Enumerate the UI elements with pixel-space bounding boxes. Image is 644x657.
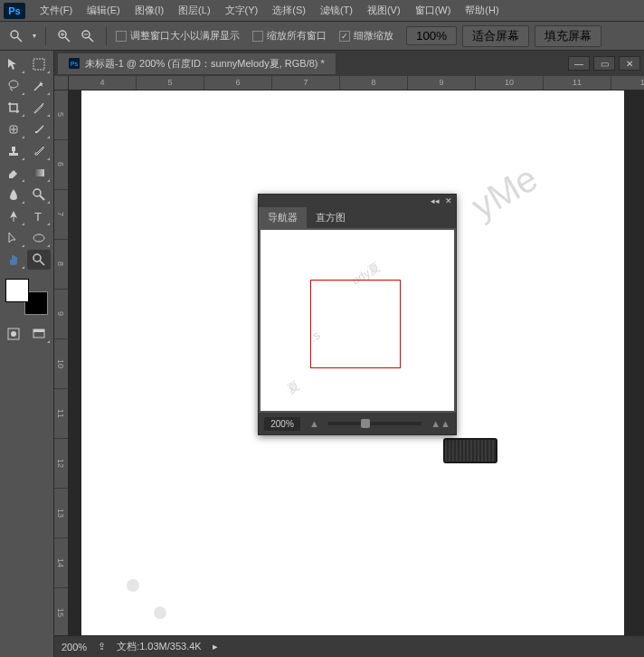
zoom-out-mountain-icon[interactable]: ▲ <box>309 418 319 429</box>
menu-type[interactable]: 文字(Y) <box>218 2 266 19</box>
zoom-in-icon[interactable] <box>55 27 73 45</box>
ruler-tick: 8 <box>54 240 68 290</box>
pen-tool[interactable] <box>2 206 25 226</box>
tab-histogram[interactable]: 直方图 <box>307 207 355 228</box>
ruler-tick: 6 <box>54 140 68 190</box>
navigator-footer: 200% ▲ ▲▲ <box>259 413 456 434</box>
fit-screen-button[interactable]: 适合屏幕 <box>462 25 529 47</box>
zoom-tool[interactable] <box>27 250 51 270</box>
navigator-preview[interactable]: ody夏 .s 夏 <box>260 230 454 411</box>
scrubby-zoom-label: 细微缩放 <box>354 29 393 43</box>
gradient-tool[interactable] <box>27 163 51 183</box>
eyedropper-tool[interactable] <box>27 98 51 118</box>
status-zoom[interactable]: 200% <box>62 642 87 652</box>
canvas-dot <box>127 579 139 592</box>
move-tool[interactable] <box>2 54 25 74</box>
menu-help[interactable]: 帮助(H) <box>458 2 506 19</box>
panel-close-icon[interactable]: ✕ <box>445 196 452 205</box>
checkbox-icon[interactable] <box>339 31 350 42</box>
menu-file[interactable]: 文件(F) <box>33 2 80 19</box>
zoom-in-mountain-icon[interactable]: ▲▲ <box>431 418 450 429</box>
menu-select[interactable]: 选择(S) <box>265 2 313 19</box>
zoom-tool-icon[interactable] <box>7 27 25 45</box>
status-doc-info[interactable]: 文档:1.03M/353.4K <box>117 640 202 653</box>
fill-screen-button[interactable]: 填充屏幕 <box>535 25 601 47</box>
menu-filter[interactable]: 滤镜(T) <box>313 2 360 19</box>
close-button[interactable]: ✕ <box>619 56 640 71</box>
panel-collapse-icon[interactable]: ◂◂ <box>431 196 440 205</box>
blur-tool[interactable] <box>2 185 25 205</box>
resize-windows-option[interactable]: 调整窗口大小以满屏显示 <box>116 29 240 43</box>
healing-tool[interactable] <box>2 119 25 139</box>
magic-wand-tool[interactable] <box>27 76 51 96</box>
zoom-slider[interactable] <box>328 422 421 425</box>
scrubby-zoom-option[interactable]: 细微缩放 <box>339 29 393 43</box>
ruler-tick: 10 <box>476 76 544 90</box>
svg-point-24 <box>33 254 41 262</box>
canvas-viewport[interactable]: 4 5 6 7 8 9 10 11 12 13 14 15 5 6 7 8 9 … <box>54 76 644 635</box>
divider <box>106 27 107 45</box>
menu-bar: Ps 文件(F) 编辑(E) 图像(I) 图层(L) 文字(Y) 选择(S) 滤… <box>0 0 644 22</box>
foreground-color-swatch[interactable] <box>5 279 29 302</box>
ruler-tick: 11 <box>54 389 68 439</box>
zoom-100-button[interactable]: 100% <box>406 26 457 45</box>
status-bar: 200% ⇪ 文档:1.03M/353.4K ▸ <box>54 635 644 657</box>
document-title: 未标题-1 @ 200% (百度ID：sunnyMelody夏, RGB/8) … <box>85 57 325 71</box>
menu-layer[interactable]: 图层(L) <box>171 2 217 19</box>
brush-tool[interactable] <box>27 119 51 139</box>
navigator-panel[interactable]: ◂◂ ✕ 导航器 直方图 ody夏 .s 夏 200% ▲ ▲▲ <box>258 194 457 435</box>
minimize-button[interactable]: — <box>568 56 590 71</box>
ps-doc-icon: Ps <box>69 58 80 69</box>
stamp-tool[interactable] <box>2 141 25 161</box>
tab-navigator[interactable]: 导航器 <box>259 207 307 228</box>
ruler-tick: 12 <box>611 76 644 90</box>
ruler-tick: 9 <box>54 290 68 339</box>
zoom-all-option[interactable]: 缩放所有窗口 <box>252 29 327 43</box>
ruler-tick: 5 <box>54 90 68 140</box>
svg-point-0 <box>11 31 18 38</box>
navigator-zoom-value[interactable]: 200% <box>264 417 300 431</box>
color-swatches[interactable] <box>5 279 48 315</box>
ruler-tick: 15 <box>54 588 68 635</box>
screenmode-tool[interactable] <box>27 324 51 344</box>
svg-line-8 <box>89 37 93 42</box>
path-select-tool[interactable] <box>2 228 25 248</box>
history-brush-tool[interactable] <box>27 141 51 161</box>
share-icon[interactable]: ⇪ <box>98 641 106 652</box>
horizontal-ruler[interactable]: 4 5 6 7 8 9 10 11 12 13 14 15 <box>69 76 644 90</box>
vertical-ruler[interactable]: 5 6 7 8 9 10 11 12 13 14 15 <box>54 90 69 635</box>
panel-header[interactable]: ◂◂ ✕ <box>259 195 456 207</box>
lasso-tool[interactable] <box>2 76 25 96</box>
maximize-button[interactable]: ▭ <box>593 56 615 71</box>
type-tool[interactable]: T <box>27 206 51 226</box>
hand-tool[interactable] <box>2 250 25 270</box>
svg-point-19 <box>33 189 41 196</box>
shape-tool[interactable] <box>27 228 51 248</box>
marquee-tool[interactable] <box>27 54 51 74</box>
menu-edit[interactable]: 编辑(E) <box>80 2 128 19</box>
watermark-text: yMe <box>465 157 545 227</box>
menu-window[interactable]: 窗口(W) <box>408 2 459 19</box>
svg-line-5 <box>65 37 70 42</box>
eraser-tool[interactable] <box>2 163 25 183</box>
svg-rect-15 <box>12 147 15 151</box>
menu-image[interactable]: 图像(I) <box>128 2 171 19</box>
tool-preset-dropdown[interactable]: ▾ <box>33 32 36 40</box>
crop-tool[interactable] <box>2 98 25 118</box>
menu-view[interactable]: 视图(V) <box>360 2 408 19</box>
quickmask-tool[interactable] <box>2 324 25 344</box>
checkbox-icon[interactable] <box>252 31 263 42</box>
ruler-tick: 9 <box>408 76 476 90</box>
document-tab[interactable]: Ps 未标题-1 @ 200% (百度ID：sunnyMelody夏, RGB/… <box>58 53 336 74</box>
status-dropdown-icon[interactable]: ▸ <box>213 641 218 652</box>
zoom-out-icon[interactable] <box>79 27 97 45</box>
ruler-tick: 4 <box>69 76 137 90</box>
dodge-tool[interactable] <box>27 185 51 205</box>
options-bar: ▾ 调整窗口大小以满屏显示 缩放所有窗口 细微缩放 100% 适合屏幕 填充屏幕 <box>0 22 644 51</box>
zoom-slider-thumb[interactable] <box>361 419 370 428</box>
svg-point-27 <box>11 331 16 337</box>
svg-rect-16 <box>9 153 18 156</box>
navigator-view-box[interactable] <box>310 280 401 368</box>
checkbox-icon[interactable] <box>116 31 127 42</box>
toolbox: T <box>0 51 54 657</box>
